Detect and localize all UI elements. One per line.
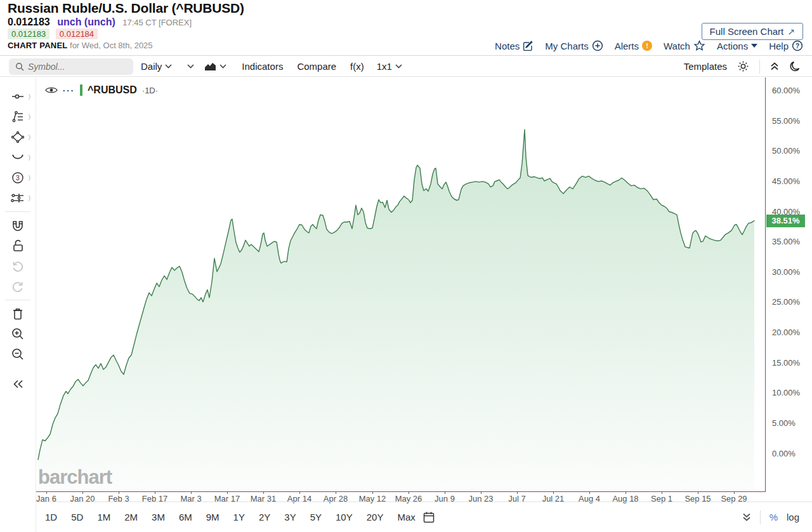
double-chevron-up-icon (770, 62, 779, 70)
range-button-1y[interactable]: 1Y (230, 509, 249, 525)
percent-scale-toggle[interactable]: % (769, 512, 778, 522)
header-link-notes[interactable]: Notes (495, 41, 534, 51)
full-screen-label: Full Screen Chart (710, 26, 784, 37)
y-axis-label: 60.00% (772, 86, 800, 96)
chart-plot-area[interactable]: ··· ^RUBUSD ·1D· barchart (36, 77, 766, 492)
range-button-9m[interactable]: 9M (202, 509, 223, 525)
eye-icon[interactable] (45, 86, 58, 95)
dark-mode-toggle[interactable] (789, 60, 802, 73)
undo-button[interactable] (4, 256, 32, 276)
chevron-down-icon (165, 64, 172, 69)
chevron-down-icon (187, 64, 194, 69)
range-button-2m[interactable]: 2M (121, 509, 141, 525)
compare-button[interactable]: Compare (297, 61, 336, 72)
range-button-1m[interactable]: 1M (93, 509, 114, 525)
redo-icon (11, 280, 25, 293)
range-toolbar: 1D5D1M2M3M6M9M1Y2Y3Y5Y10Y20YMax % log (36, 502, 812, 532)
grid-layout-dropdown[interactable]: 1x1 (377, 61, 402, 72)
delete-drawings-button[interactable] (4, 303, 32, 324)
measure-tool[interactable]: 〉 (4, 188, 32, 208)
symbol-search[interactable] (9, 58, 133, 75)
lock-drawings-button[interactable] (4, 236, 32, 256)
arc-tool[interactable]: 〉 (4, 147, 32, 168)
circle-plus-icon (592, 40, 603, 51)
cycles-tool[interactable]: 3 〉 (4, 168, 32, 188)
last-price: 0.012183 (8, 17, 50, 27)
chart-panel-date: for Wed, Oct 8th, 2025 (67, 41, 152, 50)
svg-text:3: 3 (16, 174, 20, 182)
expressions-button[interactable]: f(x) (350, 61, 364, 72)
bid-ask-line: 0.012183 0.012184 (8, 29, 98, 39)
trend-line-icon (11, 90, 24, 103)
header-link-actions[interactable]: Actions (717, 41, 757, 51)
drawing-tools-sidebar: 〉 〉 〉 〉 3 〉 〉 (0, 77, 36, 532)
chevron-right-icon: 〉 (29, 154, 30, 161)
measure-icon (10, 192, 25, 204)
zoom-in-icon (11, 327, 25, 341)
chart-panel-label: CHART PANEL (8, 41, 67, 50)
chart-type-dropdown[interactable] (204, 62, 226, 71)
magnet-mode-button[interactable] (4, 215, 32, 236)
collapse-toolbar-button[interactable] (770, 62, 779, 70)
zoom-in-button[interactable] (4, 324, 32, 344)
range-button-max[interactable]: Max (393, 509, 419, 525)
chevron-right-icon: 〉 (29, 113, 30, 121)
trend-line-tool[interactable]: 〉 (4, 86, 32, 107)
y-axis: 60.00%55.00%50.00%45.00%40.00%35.00%30.0… (766, 77, 812, 492)
collapse-sidebar-button[interactable] (0, 380, 36, 389)
sidebar-divider (5, 211, 30, 212)
chevron-right-icon: 〉 (29, 194, 30, 202)
templates-button[interactable]: Templates (684, 61, 727, 72)
price-area-chart[interactable] (36, 77, 766, 492)
header-link-label: Watch (664, 41, 690, 51)
compare-label: Compare (297, 61, 336, 72)
chevron-right-icon: 〉 (29, 93, 30, 100)
header-link-label: Alerts (615, 41, 639, 51)
page-title: Russian Ruble/U.S. Dollar (^RUBUSD) (8, 1, 244, 16)
range-button-5d[interactable]: 5D (67, 509, 87, 525)
cycles-icon: 3 (11, 171, 24, 184)
range-button-5y[interactable]: 5Y (306, 509, 325, 525)
shapes-tool[interactable]: 〉 (4, 127, 32, 147)
range-button-3y[interactable]: 3Y (280, 509, 299, 525)
svg-text:?: ? (796, 43, 799, 50)
ask-value: 0.012184 (56, 29, 98, 39)
header-link-alerts[interactable]: Alerts! (615, 41, 652, 51)
symbol-search-input[interactable] (28, 62, 123, 72)
unlock-icon (11, 239, 24, 253)
frequency-dropdown[interactable]: Daily (141, 61, 172, 72)
header-link-my-charts[interactable]: My Charts (545, 40, 603, 51)
range-toolbar-divider (760, 510, 761, 524)
external-arrow-icon: ↗ (787, 27, 795, 37)
expand-range-bar-button[interactable] (742, 513, 751, 521)
y-axis-label: 0.00% (772, 449, 796, 459)
series-menu-dots[interactable]: ··· (63, 86, 75, 95)
range-button-20y[interactable]: 20Y (363, 509, 388, 525)
settings-button[interactable] (737, 60, 749, 72)
barchart-watermark: barchart (38, 466, 112, 489)
header-link-help[interactable]: Help? (769, 40, 803, 51)
range-button-2y[interactable]: 2Y (255, 509, 274, 525)
full-screen-chart-button[interactable]: Full Screen Chart↗ (702, 23, 803, 40)
series-color-bar (80, 84, 82, 96)
range-button-3m[interactable]: 3M (148, 509, 169, 525)
custom-range-button[interactable] (419, 507, 438, 528)
range-button-6m[interactable]: 6M (175, 509, 196, 525)
diamond-shape-icon (11, 131, 25, 143)
indicators-button[interactable]: Indicators (242, 61, 283, 72)
header-link-watch[interactable]: Watch (664, 40, 705, 51)
range-button-1d[interactable]: 1D (41, 509, 61, 525)
undo-icon (11, 260, 25, 272)
bar-size-dropdown[interactable] (187, 64, 194, 69)
frequency-label: Daily (141, 61, 162, 72)
redo-button[interactable] (4, 276, 32, 296)
y-axis-label: 55.00% (772, 116, 800, 126)
templates-label: Templates (684, 61, 727, 72)
y-axis-label: 45.00% (772, 176, 800, 187)
zoom-out-icon (11, 347, 25, 361)
fibonacci-tool[interactable]: 〉 (4, 107, 32, 127)
log-scale-toggle[interactable]: log (787, 512, 799, 522)
price-change: unch (unch) (57, 17, 115, 27)
zoom-out-button[interactable] (4, 344, 32, 364)
range-button-10y[interactable]: 10Y (332, 509, 357, 525)
